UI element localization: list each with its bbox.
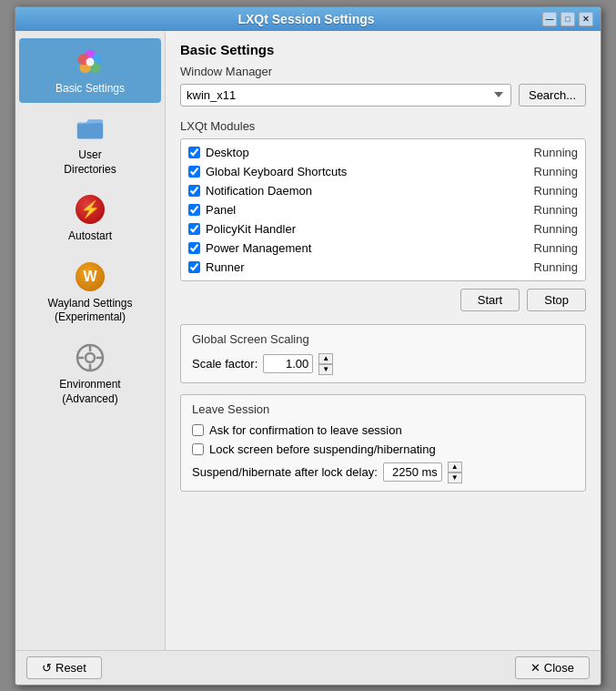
modules-section: LXQt Modules Desktop Running — [180, 119, 586, 311]
delay-input[interactable] — [383, 462, 442, 482]
module-name-power: Power Management — [206, 241, 311, 255]
scaling-label: Global Screen Scaling — [192, 332, 574, 346]
modules-buttons: Start Stop — [180, 289, 586, 311]
delay-down-button[interactable]: ▼ — [448, 473, 462, 483]
lock-screen-label: Lock screen before suspending/hibernatin… — [209, 442, 436, 456]
reset-icon: ↺ — [42, 661, 52, 675]
module-checkbox-power[interactable] — [188, 242, 200, 254]
titlebar-controls: — □ ✕ — [542, 12, 593, 26]
module-status-desktop: Running — [534, 146, 578, 159]
module-status-policykit: Running — [534, 222, 578, 236]
module-checkbox-gks[interactable] — [188, 166, 200, 178]
sidebar-label-basic-settings: Basic Settings — [56, 82, 125, 97]
confirm-leave-checkbox[interactable] — [192, 424, 204, 436]
close-icon: ✕ — [530, 661, 540, 675]
confirm-leave-label: Ask for confirmation to leave session — [209, 423, 402, 437]
module-row: Panel Running — [181, 200, 585, 219]
delay-up-button[interactable]: ▲ — [448, 462, 462, 473]
svg-point-5 — [86, 57, 95, 66]
scaling-section: Global Screen Scaling Scale factor: 1.00… — [180, 324, 586, 383]
content-area: Basic Settings UserDirectories ⚡ — [15, 31, 601, 650]
titlebar: LXQt Session Settings — □ ✕ — [15, 7, 601, 31]
folder-icon — [74, 112, 106, 145]
module-row: PolicyKit Handler Running — [181, 219, 585, 239]
module-row: Notification Daemon Running — [181, 181, 585, 200]
maximize-button[interactable]: □ — [560, 12, 575, 26]
module-name-notif: Notification Daemon — [206, 184, 312, 198]
sidebar-item-autostart[interactable]: ⚡ Autostart — [19, 186, 161, 251]
search-button[interactable]: Search... — [519, 84, 586, 107]
reset-button[interactable]: ↺ Reset — [26, 656, 102, 679]
window-title: LXQt Session Settings — [70, 12, 542, 26]
scale-down-button[interactable]: ▼ — [318, 364, 333, 375]
start-button[interactable]: Start — [460, 289, 520, 311]
module-status-notif: Running — [534, 184, 578, 198]
reset-label: Reset — [56, 661, 86, 675]
module-name-desktop: Desktop — [206, 146, 249, 159]
module-checkbox-policykit[interactable] — [188, 223, 200, 235]
main-content: Basic Settings Window Manager kwin_x11 S… — [166, 31, 601, 650]
delay-spinner: ▲ ▼ — [448, 462, 462, 483]
bottom-bar: ↺ Reset ✕ Close — [15, 650, 601, 685]
svg-point-8 — [86, 353, 95, 362]
module-name-panel: Panel — [206, 203, 236, 217]
module-name-runner: Runner — [206, 260, 245, 274]
module-checkbox-desktop[interactable] — [188, 147, 200, 158]
window-manager-select[interactable]: kwin_x11 — [180, 84, 511, 107]
window-manager-row: kwin_x11 Search... — [180, 84, 586, 107]
module-status-panel: Running — [534, 203, 578, 217]
module-row: Global Keyboard Shortcuts Running — [181, 162, 585, 181]
sidebar-label-wayland-settings: Wayland Settings(Experimental) — [48, 297, 133, 325]
module-checkbox-runner[interactable] — [188, 261, 200, 273]
minimize-button[interactable]: — — [542, 12, 557, 26]
module-row: Power Management Running — [181, 239, 585, 258]
module-checkbox-panel[interactable] — [188, 204, 200, 216]
modules-list: Desktop Running Global Keyboard Shortcut… — [180, 138, 586, 281]
sidebar-item-environment-advanced[interactable]: Environment(Advanced) — [19, 334, 161, 413]
module-row: Runner Running — [181, 258, 585, 277]
sidebar-item-basic-settings[interactable]: Basic Settings — [19, 38, 161, 104]
sidebar-label-user-directories: UserDirectories — [64, 148, 116, 177]
scale-factor-label: Scale factor: — [192, 357, 258, 371]
close-label: Close — [544, 661, 574, 675]
wayland-icon: W — [74, 260, 106, 293]
basic-settings-icon — [74, 46, 106, 78]
module-name-gks: Global Keyboard Shortcuts — [206, 165, 347, 178]
sidebar: Basic Settings UserDirectories ⚡ — [15, 31, 166, 650]
scale-row: Scale factor: 1.00 ▲ ▼ — [192, 353, 574, 375]
lock-screen-checkbox[interactable] — [192, 443, 204, 455]
delay-label: Suspend/hibernate after lock delay: — [192, 465, 378, 479]
scale-spinner: ▲ ▼ — [318, 353, 333, 375]
leave-session-label: Leave Session — [192, 402, 574, 416]
close-button[interactable]: ✕ — [579, 12, 593, 26]
scale-up-button[interactable]: ▲ — [318, 353, 333, 364]
delay-row: Suspend/hibernate after lock delay: ▲ ▼ — [192, 462, 574, 483]
main-window: LXQt Session Settings — □ ✕ — [15, 6, 601, 686]
environment-icon — [74, 341, 106, 374]
autostart-icon: ⚡ — [74, 193, 106, 226]
module-checkbox-notif[interactable] — [188, 185, 200, 197]
sidebar-label-environment-advanced: Environment(Advanced) — [59, 378, 120, 406]
sidebar-item-user-directories[interactable]: UserDirectories — [19, 105, 161, 184]
sidebar-item-wayland-settings[interactable]: W Wayland Settings(Experimental) — [19, 253, 161, 332]
modules-label: LXQt Modules — [180, 119, 586, 133]
leave-session-section: Leave Session Ask for confirmation to le… — [180, 394, 586, 492]
module-row: Desktop Running — [181, 143, 585, 162]
svg-rect-6 — [77, 123, 103, 139]
module-status-power: Running — [534, 241, 578, 255]
close-button-footer[interactable]: ✕ Close — [515, 656, 590, 679]
lock-screen-row: Lock screen before suspending/hibernatin… — [192, 442, 574, 456]
scale-input[interactable]: 1.00 — [263, 354, 313, 373]
window-manager-label: Window Manager — [180, 65, 586, 78]
module-status-runner: Running — [534, 260, 578, 274]
confirm-leave-row: Ask for confirmation to leave session — [192, 423, 574, 437]
stop-button[interactable]: Stop — [527, 289, 586, 311]
sidebar-label-autostart: Autostart — [68, 229, 112, 244]
module-name-policykit: PolicyKit Handler — [206, 222, 296, 236]
page-title: Basic Settings — [180, 42, 586, 57]
module-status-gks: Running — [534, 165, 578, 178]
